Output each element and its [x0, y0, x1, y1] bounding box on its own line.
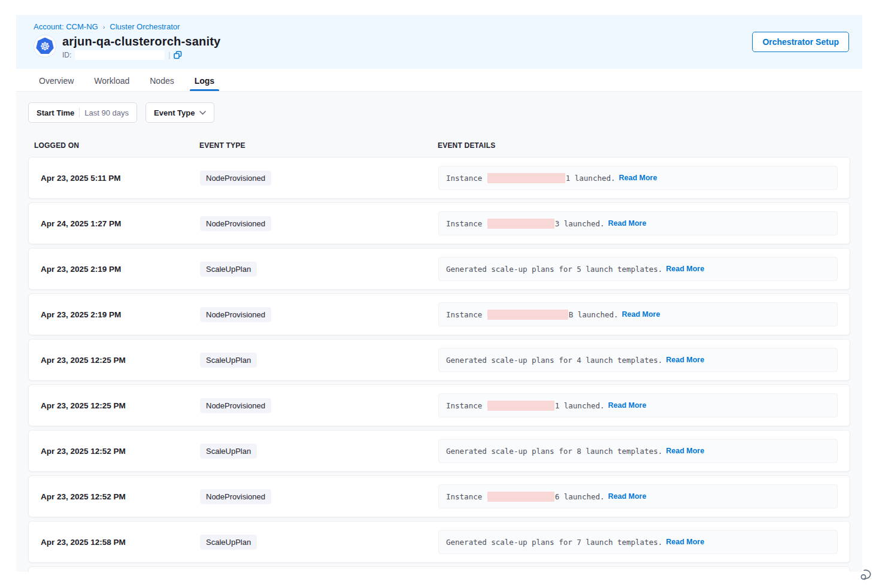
read-more-link[interactable]: Read More [608, 401, 647, 410]
help-chat-icon[interactable] [857, 565, 875, 583]
event-type-badge: ScaleUpPlan [200, 535, 257, 550]
logged-on-value: Apr 23, 2025 12:25 PM [41, 356, 200, 365]
chip-divider [79, 108, 80, 117]
tab-overview[interactable]: Overview [39, 69, 74, 91]
table-row: Apr 23, 2025 5:11 PM NodeProvisioned Ins… [28, 157, 850, 199]
tab-logs[interactable]: Logs [195, 69, 214, 91]
table-row-partial [28, 566, 850, 572]
redacted-instance-id [487, 492, 554, 502]
column-header-event-details: EVENT DETAILS [438, 141, 850, 150]
event-details-text: Instance [446, 310, 487, 319]
logged-on-value: Apr 23, 2025 5:11 PM [41, 174, 200, 183]
breadcrumb-section-link[interactable]: Cluster Orchestrator [110, 22, 180, 31]
id-label: ID: [62, 51, 71, 59]
app-frame: Account: CCM-NG › Cluster Orchestrator ☸… [16, 15, 862, 572]
logs-panel: Start Time Last 90 days Event Type LOGGE… [16, 92, 862, 572]
read-more-link[interactable]: Read More [608, 492, 647, 501]
logged-on-value: Apr 23, 2025 12:52 PM [41, 492, 200, 501]
breadcrumb: Account: CCM-NG › Cluster Orchestrator [34, 22, 850, 31]
event-details-suffix: 1 launched. [566, 174, 616, 183]
event-details-box: Instance B launched. Read More [438, 302, 838, 326]
event-details-box: Generated scale-up plans for 8 launch te… [438, 439, 838, 463]
read-more-link[interactable]: Read More [622, 310, 660, 319]
event-details-box: Generated scale-up plans for 4 launch te… [438, 348, 838, 372]
event-type-badge: NodeProvisioned [200, 398, 271, 413]
breadcrumb-separator-icon: › [103, 23, 105, 31]
event-details-text: Instance [446, 492, 487, 501]
event-type-badge: NodeProvisioned [200, 489, 271, 504]
event-details-suffix: 1 launched. [555, 401, 605, 410]
start-time-label: Start Time [37, 108, 74, 117]
event-type-badge: ScaleUpPlan [200, 444, 257, 459]
column-header-logged-on: LOGGED ON [34, 141, 199, 150]
read-more-link[interactable]: Read More [619, 174, 657, 182]
event-type-badge: NodeProvisioned [200, 216, 271, 231]
table-row: Apr 23, 2025 12:52 PM ScaleUpPlan Genera… [28, 430, 850, 472]
id-divider: | [168, 51, 170, 59]
redacted-instance-id [487, 310, 568, 320]
event-details-box: Generated scale-up plans for 7 launch te… [438, 530, 838, 554]
event-details-box: Generated scale-up plans for 5 launch te… [438, 257, 838, 281]
chevron-down-icon [199, 111, 206, 115]
kubernetes-icon: ☸ [34, 35, 56, 57]
event-type-badge: NodeProvisioned [200, 307, 271, 322]
event-details-suffix: 6 launched. [555, 492, 605, 501]
event-details-text: Instance [446, 219, 487, 228]
event-type-label: Event Type [154, 108, 195, 117]
logged-on-value: Apr 23, 2025 12:25 PM [41, 401, 200, 410]
table-row: Apr 23, 2025 2:19 PM ScaleUpPlan Generat… [28, 248, 850, 290]
event-details-suffix: B launched. [569, 310, 619, 319]
event-details-box: Instance 1 launched. Read More [438, 166, 838, 190]
event-details-box: Instance 3 launched. Read More [438, 211, 838, 235]
read-more-link[interactable]: Read More [666, 538, 704, 546]
table-header: LOGGED ON EVENT TYPE EVENT DETAILS [28, 141, 850, 150]
page-header: Account: CCM-NG › Cluster Orchestrator ☸… [16, 15, 862, 69]
tab-bar: Overview Workload Nodes Logs [16, 69, 862, 92]
logged-on-value: Apr 23, 2025 12:58 PM [41, 538, 200, 547]
start-time-filter[interactable]: Start Time Last 90 days [28, 102, 137, 123]
page-title: arjun-qa-clusterorch-sanity [62, 35, 220, 49]
table-row: Apr 23, 2025 12:25 PM NodeProvisioned In… [28, 384, 850, 426]
redacted-instance-id [487, 219, 554, 229]
filters-row: Start Time Last 90 days Event Type [28, 102, 850, 123]
event-type-badge: NodeProvisioned [200, 171, 271, 186]
event-details-box: Instance 1 launched. Read More [438, 393, 838, 417]
column-header-event-type: EVENT TYPE [199, 141, 438, 150]
table-row: Apr 23, 2025 12:58 PM ScaleUpPlan Genera… [28, 521, 850, 563]
read-more-link[interactable]: Read More [666, 356, 704, 364]
logged-on-value: Apr 23, 2025 12:52 PM [41, 447, 200, 456]
start-time-value: Last 90 days [84, 108, 129, 117]
table-row: Apr 23, 2025 12:52 PM NodeProvisioned In… [28, 475, 850, 517]
logged-on-value: Apr 24, 2025 1:27 PM [41, 219, 200, 228]
event-type-filter[interactable]: Event Type [146, 102, 214, 123]
read-more-link[interactable]: Read More [666, 265, 704, 273]
breadcrumb-account-link[interactable]: Account: CCM-NG [34, 22, 98, 31]
copy-icon[interactable] [174, 51, 182, 59]
event-details-text: Generated scale-up plans for 4 launch te… [446, 356, 662, 365]
read-more-link[interactable]: Read More [608, 219, 647, 228]
table-row: Apr 24, 2025 1:27 PM NodeProvisioned Ins… [28, 202, 850, 244]
logged-on-value: Apr 23, 2025 2:19 PM [41, 265, 200, 274]
event-details-text: Generated scale-up plans for 7 launch te… [446, 538, 662, 547]
redacted-instance-id [487, 173, 565, 183]
event-details-suffix: 3 launched. [555, 219, 605, 228]
table-row: Apr 23, 2025 12:25 PM ScaleUpPlan Genera… [28, 339, 850, 381]
table-row: Apr 23, 2025 2:19 PM NodeProvisioned Ins… [28, 293, 850, 335]
log-rows: Apr 23, 2025 5:11 PM NodeProvisioned Ins… [28, 157, 850, 572]
event-details-text: Generated scale-up plans for 5 launch te… [446, 265, 662, 274]
event-details-text: Instance [446, 174, 487, 183]
tab-nodes[interactable]: Nodes [150, 69, 174, 91]
redacted-instance-id [487, 401, 554, 411]
event-details-text: Generated scale-up plans for 8 launch te… [446, 447, 662, 456]
event-type-badge: ScaleUpPlan [200, 262, 257, 277]
event-type-badge: ScaleUpPlan [200, 353, 257, 368]
id-value-redacted [75, 50, 165, 60]
event-details-box: Instance 6 launched. Read More [438, 484, 838, 508]
event-details-text: Instance [446, 401, 487, 410]
read-more-link[interactable]: Read More [666, 447, 704, 455]
logged-on-value: Apr 23, 2025 2:19 PM [41, 310, 200, 319]
tab-workload[interactable]: Workload [94, 69, 129, 91]
orchestrator-setup-button[interactable]: Orchestrator Setup [752, 32, 849, 52]
